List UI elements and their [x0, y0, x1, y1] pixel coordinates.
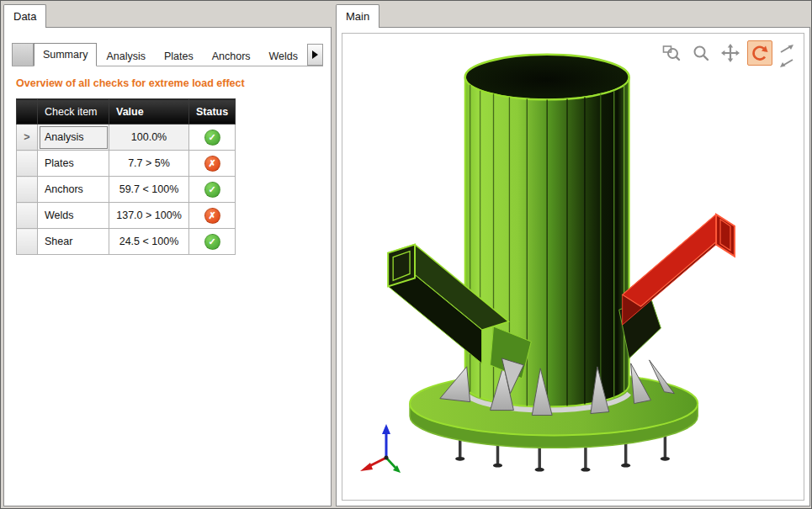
value-cell: 59.7 < 100% — [109, 177, 189, 203]
data-panel: Data Summary Analysis Plates Anchors Wel… — [3, 4, 332, 506]
status-pass-icon: ✓ — [204, 234, 220, 250]
pan-icon — [720, 43, 740, 63]
value-cell: 24.5 < 100% — [109, 229, 189, 255]
check-item-cell[interactable]: Plates — [38, 151, 109, 177]
table-row-shear[interactable]: Shear 24.5 < 100% ✓ — [17, 229, 236, 255]
check-item-cell[interactable]: Analysis — [38, 125, 109, 151]
main-panel-body — [336, 27, 810, 506]
status-cell: ✓ — [189, 177, 236, 203]
main-panel: Main — [336, 4, 810, 506]
table-row-plates[interactable]: Plates 7.7 > 5% ✗ — [17, 151, 236, 177]
value-header: Value — [109, 99, 189, 125]
check-item-cell[interactable]: Shear — [38, 229, 109, 255]
tab-overflow-button[interactable] — [307, 44, 323, 66]
row-selector[interactable] — [17, 203, 38, 229]
pan-button[interactable] — [718, 40, 743, 66]
status-cell: ✓ — [189, 229, 236, 255]
anchor-bolt-feet — [455, 457, 670, 472]
tab-data[interactable]: Data — [3, 4, 46, 28]
value-cell: 7.7 > 5% — [109, 151, 189, 177]
fit-shrink-button[interactable] — [777, 56, 797, 69]
tab-main[interactable]: Main — [336, 4, 379, 28]
fit-expand-icon — [778, 43, 795, 55]
table-row-analysis[interactable]: > Analysis 100.0% ✓ — [17, 125, 236, 151]
fit-controls — [777, 42, 797, 69]
value-cell: 100.0% — [109, 125, 189, 151]
status-fail-icon: ✗ — [204, 208, 220, 224]
check-item-cell[interactable]: Welds — [38, 203, 109, 229]
data-panel-body: Summary Analysis Plates Anchors Welds Ov… — [3, 27, 332, 506]
row-selector[interactable]: > — [17, 125, 38, 151]
check-tab-strip: Summary Analysis Plates Anchors Welds — [12, 43, 323, 66]
tab-welds[interactable]: Welds — [260, 45, 308, 66]
check-item-cell[interactable]: Anchors — [38, 177, 109, 203]
axes-triad — [358, 419, 411, 480]
checks-heading: Overview of all checks for extreme load … — [16, 77, 321, 89]
table-row-welds[interactable]: Welds 137.0 > 100% ✗ — [17, 203, 236, 229]
status-cell: ✓ — [189, 125, 236, 151]
app-window: Data Summary Analysis Plates Anchors Wel… — [0, 0, 812, 509]
tab-analysis[interactable]: Analysis — [97, 45, 155, 66]
table-header-row: Check item Value Status — [17, 99, 236, 125]
selector-column-header — [17, 99, 38, 125]
tab-anchors[interactable]: Anchors — [203, 45, 260, 66]
zoom-button[interactable] — [688, 40, 714, 66]
status-cell: ✗ — [189, 203, 236, 229]
viewport-toolbar — [659, 40, 797, 69]
zoom-icon — [691, 43, 711, 63]
fit-expand-button[interactable] — [777, 42, 797, 55]
arrow-right-icon — [312, 50, 318, 59]
table-row-anchors[interactable]: Anchors 59.7 < 100% ✓ — [17, 177, 236, 203]
checks-table: Check item Value Status > Analysis 100.0… — [16, 98, 236, 255]
zoom-window-icon — [661, 43, 682, 63]
row-selector[interactable] — [17, 151, 38, 177]
viewport-3d[interactable] — [342, 33, 804, 501]
zoom-window-button[interactable] — [659, 40, 684, 66]
check-item-header: Check item — [38, 99, 109, 125]
fit-shrink-icon — [778, 57, 795, 69]
tab-strip-corner — [12, 43, 34, 66]
status-fail-icon: ✗ — [204, 156, 220, 172]
rotate-button[interactable] — [747, 40, 772, 66]
tab-plates[interactable]: Plates — [155, 45, 203, 66]
value-cell: 137.0 > 100% — [109, 203, 189, 229]
status-cell: ✗ — [189, 151, 236, 177]
rotate-icon — [750, 43, 770, 63]
row-selector[interactable] — [17, 177, 38, 203]
tab-summary[interactable]: Summary — [34, 43, 97, 66]
status-pass-icon: ✓ — [204, 182, 220, 198]
row-selector[interactable] — [17, 229, 38, 255]
status-pass-icon: ✓ — [204, 130, 220, 146]
status-header: Status — [189, 99, 236, 125]
brace-right — [619, 215, 735, 358]
model-3d-scene — [342, 34, 804, 500]
